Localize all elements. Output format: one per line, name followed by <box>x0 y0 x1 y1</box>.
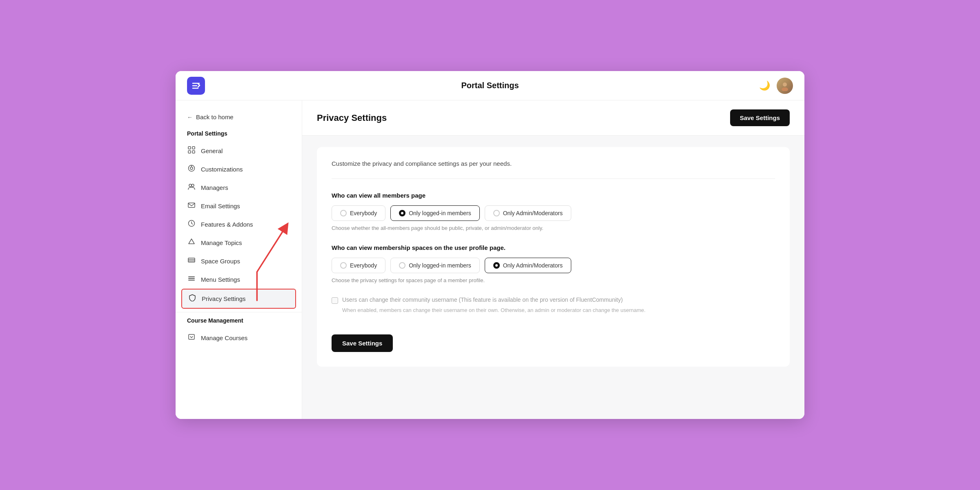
radio-label-admin-1: Only Admin/Moderators <box>503 210 563 216</box>
sidebar-item-manage-courses[interactable]: Manage Courses <box>176 329 302 347</box>
svg-rect-2 <box>188 147 191 149</box>
members-page-radio-group: Everybody Only logged-in members Only Ad… <box>332 205 775 221</box>
card-description: Customize the privacy and compliance set… <box>332 160 775 179</box>
radio-admin-2[interactable]: Only Admin/Moderators <box>485 258 571 273</box>
username-change-setting: Users can change their community usernam… <box>332 296 775 313</box>
radio-everybody-2[interactable]: Everybody <box>332 258 385 273</box>
topbar: Portal Settings 🌙 <box>176 71 804 100</box>
svg-rect-3 <box>192 147 195 149</box>
general-label: General <box>201 147 223 154</box>
radio-circle-everybody-2 <box>340 262 347 269</box>
features-addons-icon <box>187 220 196 229</box>
back-arrow-icon: ← <box>187 114 193 120</box>
radio-circle-logged-in-2 <box>399 262 405 269</box>
svg-point-0 <box>783 82 787 87</box>
radio-circle-everybody-1 <box>340 210 347 216</box>
manage-courses-label: Manage Courses <box>201 334 247 341</box>
radio-label-admin-2: Only Admin/Moderators <box>503 262 563 269</box>
email-settings-icon <box>187 201 196 211</box>
svg-rect-13 <box>188 258 195 262</box>
save-settings-header-button[interactable]: Save Settings <box>730 109 790 126</box>
members-page-setting: Who can view all members page Everybody … <box>332 192 775 231</box>
sidebar-item-menu-settings[interactable]: Menu Settings <box>176 270 302 289</box>
svg-point-7 <box>190 167 193 169</box>
radio-circle-admin-2 <box>493 262 500 269</box>
radio-admin-1[interactable]: Only Admin/Moderators <box>485 205 571 221</box>
radio-label-logged-in-2: Only logged-in members <box>409 262 471 269</box>
customizations-label: Customizations <box>201 166 243 173</box>
space-groups-label: Space Groups <box>201 258 240 265</box>
profile-spaces-label: Who can view membership spaces on the us… <box>332 244 775 251</box>
user-avatar[interactable] <box>777 78 793 94</box>
radio-circle-logged-in-1 <box>399 210 405 216</box>
radio-everybody-1[interactable]: Everybody <box>332 205 385 221</box>
page-title: Portal Settings <box>461 81 519 90</box>
manage-topics-label: Manage Topics <box>201 239 242 246</box>
sidebar-item-privacy-settings[interactable]: Privacy Settings <box>181 289 296 309</box>
menu-settings-icon <box>187 275 196 284</box>
radio-label-logged-in-1: Only logged-in members <box>409 210 471 216</box>
dark-mode-icon[interactable]: 🌙 <box>759 80 770 91</box>
username-change-row: Users can change their community usernam… <box>332 296 775 304</box>
svg-rect-19 <box>189 334 194 339</box>
sidebar-item-manage-topics[interactable]: Manage Topics <box>176 234 302 252</box>
manage-courses-icon <box>187 333 196 343</box>
save-settings-bottom-button[interactable]: Save Settings <box>332 334 393 352</box>
svg-rect-5 <box>192 151 195 153</box>
content-area: Privacy Settings Save Settings Customize… <box>302 100 804 419</box>
radio-circle-admin-1 <box>493 210 500 216</box>
email-settings-label: Email Settings <box>201 203 240 209</box>
svg-rect-11 <box>188 203 195 207</box>
topbar-right: 🌙 <box>759 78 793 94</box>
radio-label-everybody-2: Everybody <box>350 262 377 269</box>
profile-spaces-setting: Who can view membership spaces on the us… <box>332 244 775 283</box>
sidebar-item-general[interactable]: General <box>176 142 302 160</box>
space-groups-icon <box>187 256 196 266</box>
app-logo[interactable] <box>187 77 205 95</box>
customizations-icon <box>187 165 196 174</box>
profile-spaces-hint: Choose the privacy settings for spaces p… <box>332 277 775 283</box>
content-header: Privacy Settings Save Settings <box>302 100 804 136</box>
general-icon <box>187 146 196 156</box>
members-page-label: Who can view all members page <box>332 192 775 199</box>
sidebar-item-space-groups[interactable]: Space Groups <box>176 252 302 270</box>
back-label: Back to home <box>196 114 234 120</box>
username-change-label: Users can change their community usernam… <box>342 296 623 303</box>
portal-settings-section-label: Portal Settings <box>176 129 302 142</box>
manage-topics-icon <box>187 238 196 247</box>
back-to-home[interactable]: ← Back to home <box>176 110 302 129</box>
profile-spaces-radio-group: Everybody Only logged-in members Only Ad… <box>332 258 775 273</box>
privacy-settings-label: Privacy Settings <box>202 295 246 302</box>
content-body: Customize the privacy and compliance set… <box>302 136 804 378</box>
content-title: Privacy Settings <box>317 113 387 123</box>
members-page-hint: Choose whether the all-members page shou… <box>332 225 775 231</box>
menu-settings-label: Menu Settings <box>201 276 240 283</box>
svg-rect-4 <box>188 151 191 153</box>
privacy-settings-icon <box>188 294 197 303</box>
svg-point-1 <box>782 87 788 91</box>
username-change-sublabel: When enabled, members can change their u… <box>332 307 775 313</box>
sidebar-item-features-addons[interactable]: Features & Addons <box>176 215 302 234</box>
managers-icon <box>187 183 196 192</box>
managers-label: Managers <box>201 184 228 191</box>
sidebar-item-email-settings[interactable]: Email Settings <box>176 197 302 215</box>
settings-card: Customize the privacy and compliance set… <box>317 147 790 367</box>
sidebar-divider <box>176 312 302 312</box>
radio-logged-in-1[interactable]: Only logged-in members <box>390 205 480 221</box>
svg-point-9 <box>189 184 192 187</box>
main-layout: ← Back to home Portal Settings General C… <box>176 100 804 419</box>
radio-label-everybody-1: Everybody <box>350 210 377 216</box>
svg-point-10 <box>192 184 194 187</box>
sidebar-item-managers[interactable]: Managers <box>176 178 302 197</box>
username-change-checkbox[interactable] <box>332 297 338 304</box>
course-management-section-label: Course Management <box>176 316 302 329</box>
radio-logged-in-2[interactable]: Only logged-in members <box>390 258 480 273</box>
features-addons-label: Features & Addons <box>201 221 253 228</box>
sidebar: ← Back to home Portal Settings General C… <box>176 100 302 419</box>
sidebar-item-customizations[interactable]: Customizations <box>176 160 302 178</box>
